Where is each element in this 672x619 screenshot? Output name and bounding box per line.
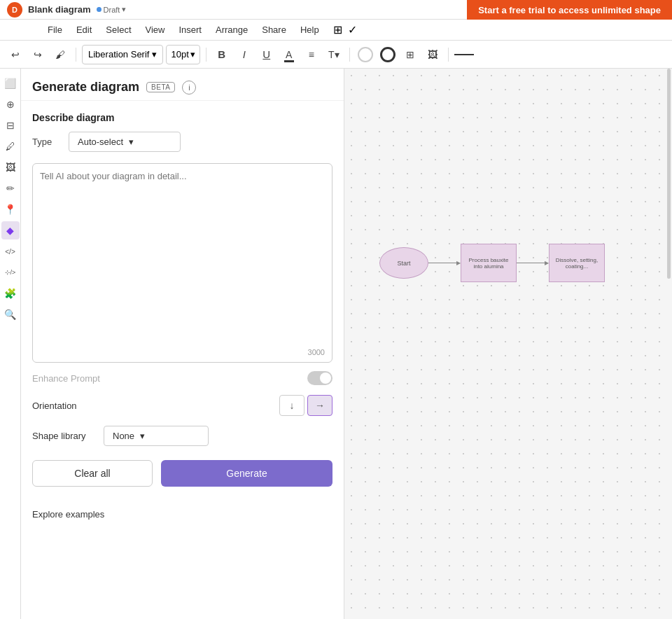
type-arrow: ▾ (129, 137, 134, 147)
beta-badge: BETA (146, 82, 175, 92)
sidebar-item-search[interactable]: 🔍 (1, 305, 20, 324)
menu-insert[interactable]: Insert (173, 22, 207, 37)
canvas[interactable]: Start Process bauxite into alumina Disso… (344, 69, 672, 619)
shape-dissolve-label: Dissolve, setting, coating... (552, 257, 601, 270)
toolbar: ↩ ↪ 🖌 Liberation Serif ▾ 10pt ▾ B I U A … (0, 41, 672, 69)
orientation-row: Orientation ↓ → (32, 395, 332, 416)
app-logo: D (7, 2, 22, 18)
line-button[interactable] (454, 45, 474, 64)
panel-body: Describe diagram Type Auto-select ▾ 3000… (21, 101, 344, 509)
arrow-2 (517, 260, 549, 266)
enhance-toggle[interactable] (307, 371, 332, 385)
info-icon-button[interactable]: i (182, 81, 196, 95)
shape-library-label: Shape library (32, 431, 95, 441)
shape-start[interactable]: Start (379, 247, 428, 279)
menu-icons: ⊞ ✓ (333, 23, 357, 36)
sidebar-item-layers[interactable]: ⊟ (1, 116, 20, 134)
underline-button[interactable]: U (257, 45, 276, 64)
sidebar-item-code[interactable]: </> (1, 242, 20, 260)
arrow-1 (428, 260, 461, 266)
panel: Generate diagram BETA i Describe diagram… (21, 69, 344, 619)
sidebar-item-shapes[interactable]: ⬜ (1, 74, 20, 92)
font-family-selector[interactable]: Liberation Serif ▾ (82, 45, 163, 64)
menu-share[interactable]: Share (256, 22, 292, 37)
dropdown-arrow[interactable]: ▾ (122, 5, 126, 14)
sidebar-item-image[interactable]: 🖼 (1, 158, 20, 176)
textarea-container: 3000 (32, 163, 332, 363)
align-button[interactable]: ≡ (302, 45, 321, 64)
sidebar-item-ai[interactable]: ◆ (1, 221, 20, 239)
italic-button[interactable]: I (234, 45, 254, 64)
panel-scrollbar[interactable] (667, 69, 671, 279)
separator-2 (206, 48, 206, 62)
text-format-button[interactable]: T▾ (324, 45, 344, 64)
circle-empty-button[interactable] (356, 45, 375, 64)
font-size-arrow: ▾ (190, 49, 195, 60)
shape-library-select[interactable]: None ▾ (104, 426, 209, 446)
font-color-button[interactable]: A (279, 45, 299, 64)
explore-section: Explore examples (21, 509, 344, 525)
menu-edit[interactable]: Edit (71, 22, 97, 37)
type-value: Auto-select (78, 137, 123, 147)
bold-button[interactable]: B (212, 45, 232, 64)
redo-button[interactable]: ↪ (28, 45, 48, 64)
menu-help[interactable]: Help (295, 22, 325, 37)
logo-text: D (12, 6, 18, 14)
menu-select[interactable]: Select (100, 22, 136, 37)
section-title: Describe diagram (32, 112, 332, 123)
shape-process-label: Process bauxite into alumina (464, 257, 513, 270)
enhance-row: Enhance Prompt (32, 371, 332, 385)
type-select[interactable]: Auto-select ▾ (69, 132, 181, 152)
explore-title: Explore examples (32, 509, 104, 520)
font-size-selector[interactable]: 10pt ▾ (166, 45, 200, 64)
type-label: Type (32, 137, 60, 147)
insert-shape-button[interactable]: ⊞ (400, 45, 420, 64)
menu-view[interactable]: View (140, 22, 171, 37)
sidebar-item-paint[interactable]: 🖊 (1, 137, 20, 155)
check-icon[interactable]: ✓ (348, 23, 357, 36)
type-row: Type Auto-select ▾ (32, 132, 332, 152)
font-family-value: Liberation Serif (88, 49, 149, 60)
shape-process[interactable]: Process bauxite into alumina (461, 244, 517, 282)
diagram-area: Start Process bauxite into alumina Disso… (379, 244, 605, 282)
panel-title: Generate diagram (32, 80, 139, 95)
format-painter-button[interactable]: 🖌 (50, 45, 70, 64)
sidebar-item-pin[interactable]: 📍 (1, 200, 20, 218)
document-title: Blank diagram (28, 4, 91, 15)
status-text: Draft (104, 6, 120, 14)
orient-vertical-button[interactable]: ↓ (279, 395, 304, 416)
sidebar-item-plugin[interactable]: 🧩 (1, 284, 20, 302)
enhance-label: Enhance Prompt (32, 373, 100, 384)
orient-horizontal-button[interactable]: → (307, 395, 332, 416)
circle-filled-button[interactable] (378, 45, 398, 64)
shape-dissolve[interactable]: Dissolve, setting, coating... (549, 244, 605, 282)
separator-3 (349, 48, 350, 62)
sidebar-item-connections[interactable]: ⊕ (1, 95, 20, 113)
circle-filled-icon (380, 47, 396, 62)
menu-file[interactable]: File (42, 22, 68, 37)
diagram-textarea[interactable] (40, 171, 325, 353)
shape-row: Shape library None ▾ (32, 426, 332, 446)
sidebar-item-drawing[interactable]: ✏ (1, 179, 20, 197)
line-icon (454, 54, 474, 55)
top-banner[interactable]: Start a free trial to access unlimited s… (467, 0, 672, 20)
undo-button[interactable]: ↩ (6, 45, 25, 64)
separator-1 (76, 48, 76, 62)
menu-bar: File Edit Select View Insert Arrange Sha… (0, 20, 672, 41)
grid-icon[interactable]: ⊞ (333, 23, 342, 36)
status-dot (97, 7, 102, 12)
table-button[interactable]: 🖼 (423, 45, 442, 64)
separator-4 (448, 48, 449, 62)
menu-arrange[interactable]: Arrange (210, 22, 253, 37)
info-label: i (188, 83, 190, 92)
orientation-label: Orientation (32, 401, 77, 411)
generate-button[interactable]: Generate (161, 460, 332, 487)
font-color-label: A (286, 49, 292, 60)
shape-start-label: Start (397, 260, 410, 267)
char-count: 3000 (308, 348, 325, 356)
sidebar-item-dev[interactable]: ⊹/> (1, 263, 20, 281)
shape-arrow: ▾ (140, 431, 145, 441)
clear-all-button[interactable]: Clear all (32, 460, 153, 487)
draft-status: Draft ▾ (97, 5, 127, 14)
toggle-knob (320, 373, 331, 384)
